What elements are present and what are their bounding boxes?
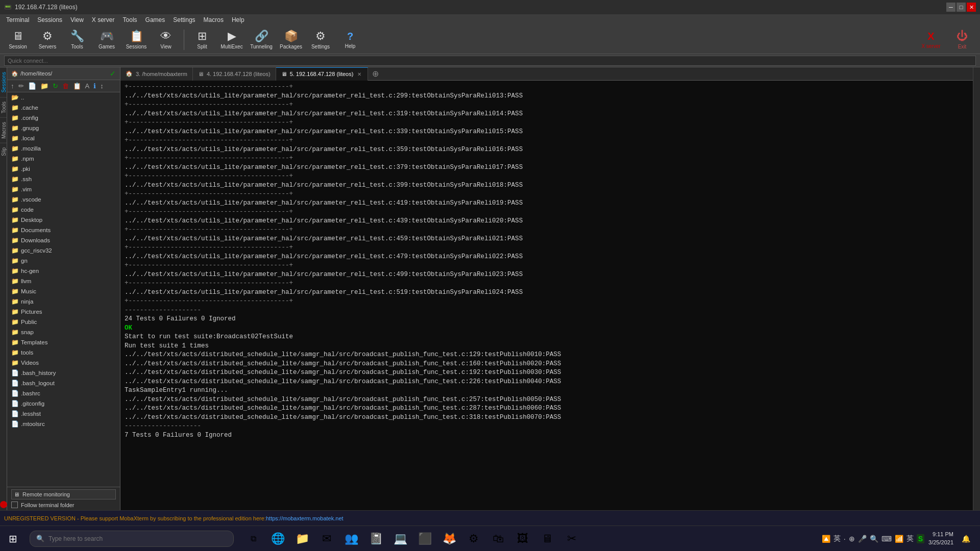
taskbar-vscode[interactable]: 💻	[389, 528, 411, 550]
menu-settings[interactable]: Settings	[169, 15, 199, 24]
fp-edit-btn[interactable]: ✏	[17, 82, 26, 90]
tree-item[interactable]: 📄.bashrc	[7, 388, 120, 398]
menu-xserver[interactable]: X server	[88, 15, 119, 24]
fp-up-btn[interactable]: ↑	[9, 82, 16, 90]
fp-paste-btn[interactable]: A	[84, 82, 91, 90]
fp-newfile-btn[interactable]: 📄	[27, 82, 38, 90]
menu-view[interactable]: View	[66, 15, 88, 24]
tree-item[interactable]: 📄.gitconfig	[7, 398, 120, 409]
toolbar-tunneling[interactable]: 🔗 Tunneling	[248, 27, 275, 53]
tree-item[interactable]: 📁Downloads	[7, 235, 120, 245]
tree-item[interactable]: 📁gcc_riscv32	[7, 245, 120, 256]
toolbar-servers[interactable]: ⚙ Servers	[34, 27, 61, 53]
menu-sessions[interactable]: Sessions	[33, 15, 66, 24]
tree-item[interactable]: 📁.mozilla	[7, 143, 120, 154]
tree-item[interactable]: 📁hc-gen	[7, 266, 120, 276]
tree-item[interactable]: 📁.ssh	[7, 174, 120, 184]
menu-games[interactable]: Games	[141, 15, 169, 24]
tree-item[interactable]: 📄.lesshst	[7, 409, 120, 419]
sessions-side-tab[interactable]: Sessions	[0, 67, 7, 97]
taskbar-mail[interactable]: ✉	[315, 528, 338, 550]
tree-item[interactable]: 📁Desktop	[7, 215, 120, 225]
toolbar-games[interactable]: 🎮 Games	[93, 27, 120, 53]
tree-item[interactable]: 📁.local	[7, 133, 120, 143]
status-link[interactable]: https://mobaxterm.mobatek.net	[266, 515, 344, 521]
follow-terminal-checkbox[interactable]	[11, 502, 18, 508]
menu-tools[interactable]: Tools	[119, 15, 141, 24]
toolbar-xserver[interactable]: X X server	[916, 27, 946, 53]
tree-item[interactable]: 📂..	[7, 92, 120, 103]
tree-item[interactable]: 📄.bash_history	[7, 368, 120, 378]
tree-item[interactable]: 📁code	[7, 205, 120, 215]
terminal-content[interactable]: +---------------------------------------…	[120, 81, 973, 510]
tree-item[interactable]: 📁.vim	[7, 184, 120, 194]
tree-item[interactable]: 📁Documents	[7, 225, 120, 235]
close-button[interactable]: ✕	[967, 3, 976, 12]
start-button[interactable]: ⊞	[0, 526, 26, 552]
taskbar-search-input[interactable]	[48, 535, 227, 542]
taskbar-edge[interactable]: 🌐	[266, 528, 289, 550]
tray-keyboard[interactable]: ⌨	[881, 535, 892, 543]
toolbar-exit[interactable]: ⏻ Exit	[948, 27, 976, 53]
tray-s[interactable]: S	[917, 534, 924, 543]
fp-newfolder-btn[interactable]: 📁	[39, 82, 50, 90]
toolbar-split[interactable]: ⊞ Split	[188, 27, 216, 53]
tray-mic[interactable]: 🎤	[858, 535, 867, 543]
remote-monitoring-btn[interactable]: 🖥 Remote monitoring	[11, 489, 116, 499]
tray-search2[interactable]: 🔍	[870, 535, 878, 543]
toolbar-session[interactable]: 🖥 Session	[4, 27, 32, 53]
tree-item[interactable]: 📁ninja	[7, 296, 120, 307]
follow-terminal-option[interactable]: Follow terminal folder	[11, 502, 116, 508]
fp-copy-btn[interactable]: 📋	[71, 82, 83, 90]
tree-item[interactable]: 📁llvm	[7, 276, 120, 286]
tree-item[interactable]: 📁snap	[7, 327, 120, 337]
taskbar-snip[interactable]: ✂	[560, 528, 583, 550]
toolbar-packages[interactable]: 📦 Packages	[277, 27, 305, 53]
tray-ime2[interactable]: 英	[906, 534, 914, 543]
toolbar-view[interactable]: 👁 View	[152, 27, 180, 53]
taskbar-terminal[interactable]: ⬛	[413, 528, 436, 550]
tab-close-btn[interactable]: ✕	[356, 71, 362, 77]
taskbar-photos[interactable]: 🖼	[511, 528, 534, 550]
maximize-button[interactable]: □	[957, 3, 966, 12]
toolbar-sessions[interactable]: 📋 Sessions	[122, 27, 150, 53]
tree-item[interactable]: 📁Videos	[7, 358, 120, 368]
tree-item[interactable]: 📁Pictures	[7, 307, 120, 317]
tree-item[interactable]: 📁.config	[7, 113, 120, 123]
tray-ime[interactable]: 英	[834, 534, 841, 543]
taskbar-firefox[interactable]: 🦊	[438, 528, 460, 550]
tree-item[interactable]: 📁gn	[7, 256, 120, 266]
toolbar-settings[interactable]: ⚙ Settings	[307, 27, 334, 53]
minimize-button[interactable]: ─	[946, 3, 955, 12]
taskbar-task-view[interactable]: ⧉	[242, 528, 264, 550]
system-clock[interactable]: 9:11 PM 3/25/2021	[928, 531, 953, 546]
tree-item[interactable]: 📁.cache	[7, 103, 120, 113]
tree-item[interactable]: 📁Templates	[7, 337, 120, 347]
toolbar-multiexec[interactable]: ▶ MultiExec	[218, 27, 246, 53]
tree-item[interactable]: 📁.npm	[7, 154, 120, 164]
menu-terminal[interactable]: Terminal	[2, 15, 33, 24]
tray-chevron[interactable]: 🔼	[822, 535, 830, 543]
fp-transfer-btn[interactable]: ↕	[99, 82, 105, 90]
taskbar-remote-desktop[interactable]: 🖥	[536, 528, 558, 550]
tree-item[interactable]: 📁Public	[7, 317, 120, 327]
tree-item[interactable]: 📁Music	[7, 286, 120, 296]
menu-macros[interactable]: Macros	[200, 15, 228, 24]
menu-help[interactable]: Help	[228, 15, 249, 24]
tray-add[interactable]: ⊕	[849, 535, 855, 543]
fp-delete-btn[interactable]: 🗑	[61, 82, 70, 90]
tab-remote1[interactable]: 🖥 4. 192.168.47.128 (liteos)	[193, 67, 276, 81]
toolbar-help[interactable]: ? Help	[336, 27, 364, 53]
slip-side-tab[interactable]: Slip	[0, 143, 7, 160]
taskbar-store[interactable]: 🛍	[487, 528, 509, 550]
tray-wifi[interactable]: 📶	[895, 535, 903, 543]
taskbar-settings2[interactable]: ⚙	[462, 528, 485, 550]
taskbar-onenote[interactable]: 📓	[364, 528, 387, 550]
macros-side-tab[interactable]: Macros	[0, 117, 7, 143]
tree-item[interactable]: 📁.gnupg	[7, 123, 120, 133]
new-tab-button[interactable]: ⊕	[368, 67, 383, 81]
fp-info-btn[interactable]: ℹ	[92, 82, 97, 90]
taskbar-folder[interactable]: 📁	[291, 528, 313, 550]
tab-remote2[interactable]: 🖥 5. 192.168.47.128 (liteos) ✕	[276, 67, 369, 81]
quick-connect-input[interactable]	[4, 56, 976, 66]
